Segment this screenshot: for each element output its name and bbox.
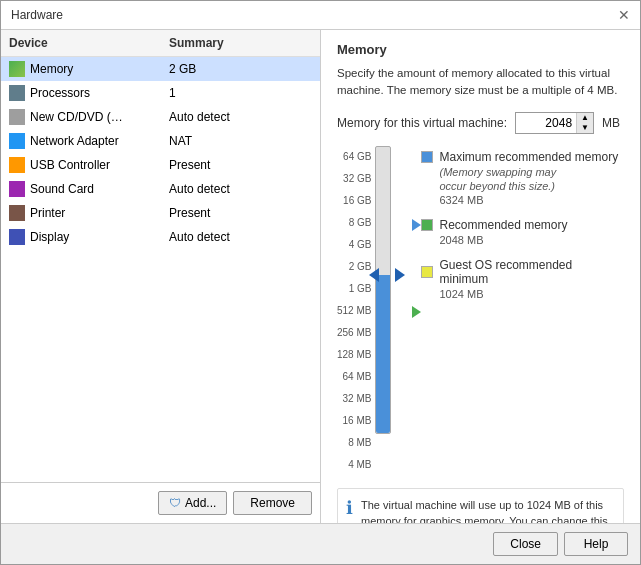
scale-label: 8 GB [349, 212, 372, 234]
max-recommended-arrow [412, 219, 421, 231]
slider-track-wrapper [375, 146, 411, 434]
col-summary: Summary [169, 36, 312, 50]
device-rows: Memory 2 GB Processors 1 New CD/DVD (… A… [1, 57, 320, 249]
scale-label: 16 GB [343, 190, 371, 212]
scale-label: 16 MB [343, 410, 372, 432]
legend-header: Recommended memory [421, 218, 624, 232]
memory-icon [9, 61, 25, 77]
device-summary: Auto detect [169, 110, 312, 124]
legend-label: Guest OS recommended minimum [439, 258, 624, 286]
slider-section: 64 GB32 GB16 GB8 GB4 GB2 GB1 GB512 MB256… [337, 146, 411, 476]
memory-slider-area: 64 GB32 GB16 GB8 GB4 GB2 GB1 GB512 MB256… [337, 146, 624, 476]
scale-label: 1 GB [349, 278, 372, 300]
memory-input[interactable] [516, 114, 576, 132]
spinner-down[interactable]: ▼ [577, 123, 593, 133]
hardware-window: Hardware ✕ Device Summary Memory 2 GB Pr… [0, 0, 641, 565]
scale-label: 32 MB [343, 388, 372, 410]
device-name-cell: Memory [9, 61, 169, 77]
device-summary: Present [169, 158, 312, 172]
memory-spinner: ▲ ▼ [576, 113, 593, 133]
spinner-up[interactable]: ▲ [577, 113, 593, 123]
sound-icon [9, 181, 25, 197]
close-button[interactable]: Close [493, 532, 558, 556]
device-name: New CD/DVD (… [30, 110, 123, 124]
legend-sub: (Memory swapping may [439, 166, 624, 178]
device-name-cell: Printer [9, 205, 169, 221]
device-row[interactable]: Display Auto detect [1, 225, 320, 249]
help-button[interactable]: Help [564, 532, 628, 556]
legend-item: Recommended memory 2048 MB [421, 218, 624, 246]
device-row[interactable]: Processors 1 [1, 81, 320, 105]
section-title: Memory [337, 42, 624, 57]
memory-input-label: Memory for this virtual machine: [337, 116, 507, 130]
processor-icon [9, 85, 25, 101]
device-name-cell: Network Adapter [9, 133, 169, 149]
legend-color-box [421, 219, 433, 231]
memory-input-group: ▲ ▼ [515, 112, 594, 134]
device-name-cell: USB Controller [9, 157, 169, 173]
device-summary: Auto detect [169, 182, 312, 196]
slider-thumb[interactable] [369, 268, 405, 282]
memory-unit: MB [602, 116, 620, 130]
device-summary: 2 GB [169, 62, 312, 76]
device-row[interactable]: USB Controller Present [1, 153, 320, 177]
legend-label: Recommended memory [439, 218, 567, 232]
close-icon[interactable]: ✕ [618, 7, 630, 23]
shield-icon: 🛡 [169, 496, 181, 510]
printer-icon [9, 205, 25, 221]
slider-fill [376, 275, 390, 432]
legend-sub: occur beyond this size.) [439, 180, 624, 192]
device-summary: 1 [169, 86, 312, 100]
scale-label: 256 MB [337, 322, 371, 344]
device-row[interactable]: Network Adapter NAT [1, 129, 320, 153]
scale-label: 64 MB [343, 366, 372, 388]
scale-label: 4 GB [349, 234, 372, 256]
scale-label: 4 MB [348, 454, 371, 476]
add-button[interactable]: 🛡 Add... [158, 491, 227, 515]
device-name-cell: Processors [9, 85, 169, 101]
scale-labels: 64 GB32 GB16 GB8 GB4 GB2 GB1 GB512 MB256… [337, 146, 375, 476]
col-device: Device [9, 36, 169, 50]
device-name: Processors [30, 86, 90, 100]
scale-label: 32 GB [343, 168, 371, 190]
left-panel-footer: 🛡 Add... Remove [1, 482, 320, 523]
info-box: ℹ The virtual machine will use up to 102… [337, 488, 624, 524]
device-summary: Auto detect [169, 230, 312, 244]
legend-value: 2048 MB [439, 234, 624, 246]
legend-col: Maximum recommended memory (Memory swapp… [421, 146, 624, 476]
slider-track[interactable] [375, 146, 391, 434]
arrow-right-icon[interactable] [395, 268, 405, 282]
device-row[interactable]: Memory 2 GB [1, 57, 320, 81]
device-summary: NAT [169, 134, 312, 148]
device-row[interactable]: New CD/DVD (… Auto detect [1, 105, 320, 129]
device-name: Display [30, 230, 69, 244]
remove-button[interactable]: Remove [233, 491, 312, 515]
scale-label: 64 GB [343, 146, 371, 168]
add-label: Add... [185, 496, 216, 510]
window-title: Hardware [11, 8, 63, 22]
legend-value: 6324 MB [439, 194, 624, 206]
device-name: Memory [30, 62, 73, 76]
device-row[interactable]: Printer Present [1, 201, 320, 225]
legend-header: Maximum recommended memory [421, 150, 624, 164]
bottom-bar: Close Help [1, 523, 640, 564]
legend-item: Maximum recommended memory (Memory swapp… [421, 150, 624, 206]
device-row[interactable]: Sound Card Auto detect [1, 177, 320, 201]
usb-icon [9, 157, 25, 173]
section-desc: Specify the amount of memory allocated t… [337, 65, 624, 100]
memory-input-row: Memory for this virtual machine: ▲ ▼ MB [337, 112, 624, 134]
scale-label: 512 MB [337, 300, 371, 322]
device-table-header: Device Summary [1, 30, 320, 57]
title-bar: Hardware ✕ [1, 1, 640, 30]
device-name-cell: Sound Card [9, 181, 169, 197]
legend-color-box [421, 266, 433, 278]
arrow-left-icon[interactable] [369, 268, 379, 282]
cd-icon [9, 109, 25, 125]
display-icon [9, 229, 25, 245]
info-text: The virtual machine will use up to 1024 … [361, 497, 615, 524]
scale-label: 128 MB [337, 344, 371, 366]
left-panel: Device Summary Memory 2 GB Processors 1 … [1, 30, 321, 523]
device-name: Printer [30, 206, 65, 220]
device-name: Sound Card [30, 182, 94, 196]
scale-label: 2 GB [349, 256, 372, 278]
